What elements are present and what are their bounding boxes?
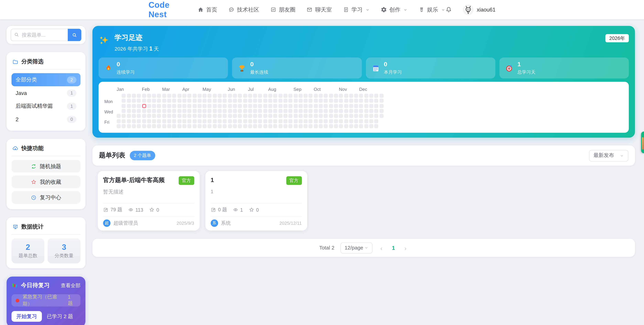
- hero-stat-longest: 0 最长连续: [232, 58, 362, 79]
- heatmap-cell: [369, 99, 373, 103]
- next-page-button[interactable]: ›: [403, 244, 408, 251]
- nav-item-home[interactable]: 首页: [198, 6, 217, 14]
- chevron-down-icon: [441, 8, 445, 12]
- heatmap-cell: [324, 114, 328, 118]
- heatmap-cell: [142, 124, 146, 128]
- heatmap-cell: [212, 99, 217, 103]
- category-item-java[interactable]: Java 1: [12, 86, 80, 99]
- heatmap-cell: [162, 114, 166, 118]
- nav-item-chatroom[interactable]: 聊天室: [306, 6, 332, 14]
- urgent-review-row[interactable]: 紧急复习（已逾期） 1 题: [12, 294, 80, 306]
- heatmap-cell: [268, 114, 272, 118]
- publish-date: 2025/12/11: [280, 221, 302, 226]
- heatmap-cell: [212, 124, 217, 128]
- category-item-backend[interactable]: 后端面试精华篇 1: [12, 99, 80, 113]
- heatmap-cell: [369, 94, 373, 98]
- heatmap-cell: [177, 94, 182, 98]
- notification-bell-icon[interactable]: [445, 6, 452, 13]
- heatmap-cell: [354, 104, 358, 108]
- sort-select[interactable]: 最新发布: [589, 150, 628, 161]
- heatmap-cell: [243, 99, 247, 103]
- heatmap-cell: [182, 119, 186, 123]
- category-item-2[interactable]: 2 0: [12, 113, 80, 126]
- heatmap-cell: [364, 119, 368, 123]
- heatmap-cell: [354, 94, 358, 98]
- edge-floating-widget[interactable]: [641, 131, 644, 153]
- page-number-1[interactable]: 1: [390, 245, 396, 251]
- heatmap-cell: [339, 119, 343, 123]
- heatmap-cell: [218, 124, 222, 128]
- question-card[interactable]: 1 官方 1 0 题 1: [205, 171, 307, 230]
- heatmap-cell: [344, 114, 348, 118]
- prev-page-button[interactable]: ‹: [379, 244, 384, 251]
- category-item-all[interactable]: 全部分类 2: [12, 73, 80, 86]
- page-size-select[interactable]: 12/page: [340, 242, 372, 253]
- heatmap-cell: [364, 109, 368, 113]
- category-label: 2: [16, 116, 18, 122]
- heatmap-cell: [263, 104, 267, 108]
- heatmap-cell: [238, 99, 242, 103]
- category-label: 后端面试精华篇: [16, 102, 53, 110]
- heatmap-cell: [218, 94, 222, 98]
- category-filter-card: 分类筛选 全部分类 2 Java 1 后端面试精华篇 1 2 0: [6, 52, 86, 131]
- nav-item-moments[interactable]: 朋友圈: [270, 6, 296, 14]
- heatmap-cell: [304, 99, 308, 103]
- card-title: 1: [211, 176, 283, 184]
- heatmap-cell: [288, 104, 292, 108]
- view-all-link[interactable]: 查看全部: [61, 282, 80, 289]
- heatmap-cell: [167, 104, 171, 108]
- heatmap-cell: [288, 99, 292, 103]
- nav-item-study[interactable]: 学习: [343, 6, 370, 14]
- review-center-button[interactable]: 复习中心: [12, 191, 80, 204]
- question-card[interactable]: 官方题单-后端牛客高频 官方 暂无描述 79 题 113: [98, 171, 200, 230]
- edit-icon: [211, 207, 216, 212]
- heatmap-cell: [329, 94, 333, 98]
- user-menu[interactable]: xiaou61: [463, 4, 496, 15]
- heatmap-cell: [253, 114, 257, 118]
- heatmap-cell: [147, 94, 151, 98]
- heatmap-cell: [188, 94, 192, 98]
- year-select[interactable]: 2026年: [606, 34, 629, 42]
- heatmap-cell: [243, 104, 247, 108]
- heatmap-day-label: Fri: [104, 119, 109, 124]
- search-button[interactable]: [68, 29, 81, 41]
- heatmap-cell: [243, 109, 247, 113]
- heatmap-cell: [198, 109, 202, 113]
- heatmap-cell: [263, 114, 267, 118]
- my-favorites-button[interactable]: 我的收藏: [12, 175, 80, 188]
- heatmap-cell: [122, 114, 126, 118]
- nav-item-fun[interactable]: 娱乐: [418, 6, 445, 14]
- heatmap-cell: [132, 114, 136, 118]
- page-size-value: 12/page: [344, 245, 363, 250]
- fun-icon: [418, 7, 425, 13]
- heatmap-cell: [304, 109, 308, 113]
- heatmap-cell: [202, 114, 207, 118]
- heatmap-cell: [374, 104, 378, 108]
- heatmap-cell: [344, 109, 348, 113]
- refresh-icon: [31, 163, 36, 169]
- random-question-button[interactable]: 随机抽题: [12, 160, 80, 173]
- data-stats-card: 数据统计 2 题单总数 3 分类数量: [6, 217, 86, 268]
- nav-item-create[interactable]: 创作: [381, 6, 408, 14]
- heatmap-cell: [284, 109, 288, 113]
- heatmap-cell: [167, 94, 171, 98]
- heatmap-cell: [324, 124, 328, 128]
- heatmap-cell: [127, 124, 131, 128]
- heatmap-cell: [238, 124, 242, 128]
- heatmap-cell: [157, 99, 161, 103]
- heatmap-cell: [344, 99, 348, 103]
- author-name: 超级管理员: [113, 220, 174, 227]
- page-title: 学习足迹: [114, 33, 159, 42]
- start-review-button[interactable]: 开始复习: [12, 311, 42, 322]
- nav-item-community[interactable]: 技术社区: [228, 6, 259, 14]
- app-logo[interactable]: Code Nest: [148, 0, 177, 19]
- heatmap-cell: [263, 124, 267, 128]
- urgent-count: 1 题: [68, 294, 76, 307]
- heatmap-months: JanFebMarAprMayJunJulAugSepOctNovDec: [116, 87, 623, 91]
- nav-item-label: 技术社区: [237, 6, 259, 14]
- heatmap-cell: [167, 119, 171, 123]
- heatmap-cell: [379, 94, 384, 98]
- heatmap-cell: [208, 114, 212, 118]
- heatmap-cell: [152, 104, 156, 108]
- heatmap-cell: [162, 94, 166, 98]
